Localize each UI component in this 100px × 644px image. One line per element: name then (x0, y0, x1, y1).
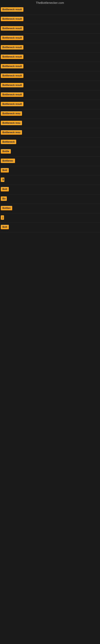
bottleneck-badge[interactable]: Bottleneck result (1, 26, 23, 30)
bottleneck-list: Bottleneck resultBottleneck resultBottle… (0, 5, 100, 434)
bottleneck-item: Bottlen (0, 204, 100, 213)
bottleneck-badge[interactable]: Bottleneck result (1, 102, 23, 106)
bottleneck-badge[interactable]: Bottleneck result (1, 83, 23, 87)
bottleneck-badge[interactable]: B (1, 178, 4, 182)
bottleneck-badge[interactable]: Bottleneck result (1, 36, 23, 40)
bottleneck-badge[interactable]: Bottlenec (1, 158, 15, 163)
bottleneck-item: B (0, 176, 100, 185)
bottleneck-item: Bottleneck result (0, 24, 100, 34)
bottleneck-item: Bottleneck result (0, 72, 100, 81)
bottleneck-item: Bott (0, 185, 100, 194)
bottleneck-badge[interactable]: Bottleneck result (1, 92, 23, 97)
bottom-spacer (0, 232, 100, 434)
bottleneck-item: Bottleneck result (0, 52, 100, 62)
bottleneck-badge[interactable]: Bottle (1, 149, 11, 154)
bottleneck-item: | (0, 213, 100, 223)
bottleneck-item: Bottleneck result (0, 90, 100, 100)
bottleneck-badge[interactable]: Bott (1, 187, 9, 192)
bottleneck-item: Bott (0, 166, 100, 176)
bottleneck-badge[interactable]: Bottleneck result (1, 54, 23, 59)
bottleneck-item: Bott (0, 223, 100, 232)
bottleneck-item: Bottleneck resu (0, 119, 100, 128)
bottleneck-badge[interactable]: Bott (1, 225, 9, 229)
bottleneck-badge[interactable]: Bottleneck resu (1, 130, 22, 135)
bottleneck-badge[interactable]: Bo (1, 196, 7, 201)
bottleneck-badge[interactable]: | (1, 215, 4, 220)
bottleneck-item: Bottleneck result (0, 62, 100, 72)
bottleneck-item: Bottleneck resu (0, 128, 100, 138)
bottleneck-item: Bo (0, 194, 100, 204)
bottleneck-item: Bottleneck result (0, 34, 100, 43)
bottleneck-badge[interactable]: Bottleneck result (1, 7, 23, 12)
bottleneck-badge[interactable]: Bottleneck result (1, 45, 23, 50)
bottleneck-badge[interactable]: Bottleneck result (1, 74, 23, 78)
bottleneck-badge[interactable]: Bott (1, 168, 9, 172)
bottleneck-badge[interactable]: Bottlen (1, 206, 12, 210)
bottleneck-badge[interactable]: Bottleneck result (1, 64, 23, 68)
bottleneck-item: Bottleneck result (0, 5, 100, 15)
bottleneck-item: Bottleneck result (0, 15, 100, 24)
bottleneck-item: Bottle (0, 147, 100, 156)
page-container: TheBottlenecker.com Bottleneck resultBot… (0, 0, 100, 644)
bottleneck-badge[interactable]: Bottleneck result (1, 17, 23, 21)
bottleneck-item: Bottleneck result (0, 81, 100, 90)
bottleneck-item: Bottleneck result (0, 43, 100, 52)
bottleneck-item: Bottleneck resu (0, 109, 100, 119)
bottleneck-badge[interactable]: Bottleneck (1, 140, 16, 144)
bottleneck-item: Bottlenec (0, 156, 100, 166)
bottleneck-badge[interactable]: Bottleneck resu (1, 111, 22, 116)
site-title: TheBottlenecker.com (0, 0, 100, 5)
bottleneck-item: Bottleneck result (0, 100, 100, 109)
bottleneck-badge[interactable]: Bottleneck resu (1, 121, 22, 125)
bottleneck-item: Bottleneck (0, 138, 100, 147)
